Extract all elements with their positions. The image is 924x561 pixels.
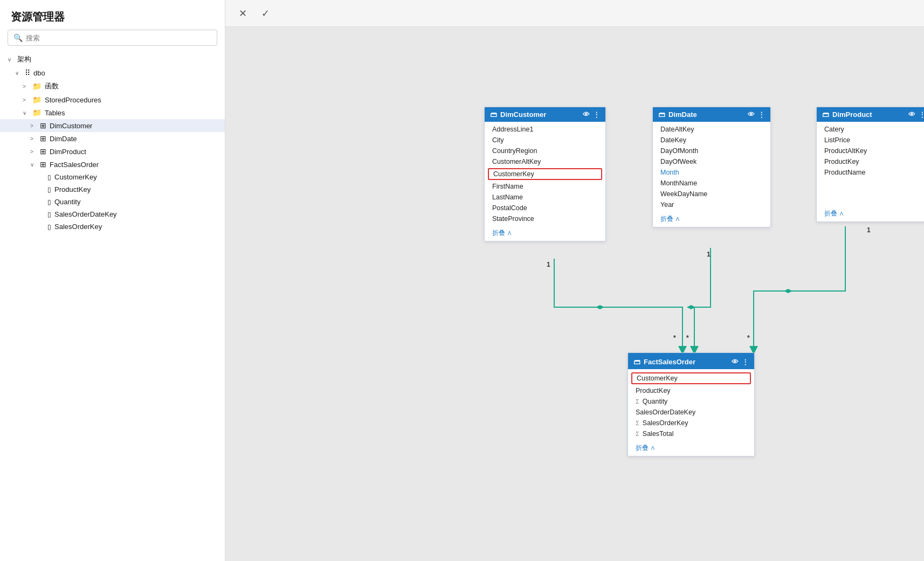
sidebar-item-storedproc[interactable]: > 📁 StoredProcedures bbox=[0, 93, 225, 106]
factsalesorder-label: FactSalesOrder bbox=[50, 161, 99, 169]
field-postalcode: PostalCode bbox=[485, 203, 605, 213]
sigma-icon: Σ bbox=[636, 431, 639, 437]
eye-icon[interactable]: 👁 bbox=[732, 358, 739, 366]
rel-label-1c: 1 bbox=[867, 226, 871, 234]
schema-label: 架构 bbox=[17, 54, 31, 64]
more-icon[interactable]: ⋮ bbox=[742, 358, 749, 366]
table-dimcustomer-header: 🗃 DimCustomer 👁 ⋮ bbox=[485, 107, 605, 122]
sidebar-item-dimproduct[interactable]: > ⊞ DimProduct bbox=[0, 145, 225, 158]
field-datekey: DateKey bbox=[653, 135, 770, 146]
diamond-marker bbox=[596, 305, 604, 309]
table-dimproduct: 🗃 DimProduct 👁 ⋮ Catery ListPrice Produc… bbox=[816, 107, 924, 222]
more-icon[interactable]: ⋮ bbox=[919, 110, 924, 119]
sidebar-item-fso-productkey[interactable]: ▯ ProductKey bbox=[0, 183, 225, 196]
field-firstname: FirstName bbox=[485, 181, 605, 192]
chevron-right-icon: > bbox=[30, 136, 40, 142]
table-dimdate-body: DateAltKey DateKey DayOfMonth DayOfWeek … bbox=[653, 122, 770, 212]
sidebar-item-fso-salesorderdatekey[interactable]: ▯ SalesOrderDateKey bbox=[0, 208, 225, 220]
search-box[interactable]: 🔍 bbox=[8, 30, 217, 46]
table-header-icons: 👁 ⋮ bbox=[732, 358, 749, 366]
functions-label: 函数 bbox=[45, 81, 59, 91]
chevron-right-icon: > bbox=[30, 123, 40, 129]
diamond-marker bbox=[687, 305, 695, 309]
sidebar-item-dimdate[interactable]: > ⊞ DimDate bbox=[0, 132, 225, 145]
chevron-right-icon: > bbox=[23, 84, 32, 89]
main-area: ✕ ✓ bbox=[225, 0, 924, 561]
eye-icon[interactable]: 👁 bbox=[908, 110, 915, 119]
eye-icon[interactable]: 👁 bbox=[748, 110, 755, 119]
eye-icon[interactable]: 👁 bbox=[583, 110, 590, 119]
field-month: Month bbox=[653, 167, 770, 178]
field-dayofweek: DayOfWeek bbox=[653, 156, 770, 167]
field-customerkey-highlighted: CustomerKey bbox=[488, 168, 602, 180]
sidebar-item-fso-customerkey[interactable]: ▯ CustomerKey bbox=[0, 171, 225, 183]
sidebar-item-fso-quantity[interactable]: ▯ Quantity bbox=[0, 196, 225, 208]
diagram-canvas: 1 * 1 * 1 * 🗃 DimCustomer 👁 ⋮ AddressLin… bbox=[225, 27, 924, 561]
dimdate-label: DimDate bbox=[50, 135, 77, 143]
sidebar-item-tables[interactable]: ∨ 📁 Tables bbox=[0, 106, 225, 119]
chevron-down-icon: ∨ bbox=[15, 70, 25, 76]
folder-icon: 📁 bbox=[32, 108, 42, 117]
sidebar-item-dimcustomer[interactable]: > ⊞ DimCustomer bbox=[0, 119, 225, 132]
table-dimcustomer-footer[interactable]: 折叠 ∧ bbox=[485, 226, 605, 241]
sidebar-item-dbo[interactable]: ∨ ⠿ dbo bbox=[0, 66, 225, 79]
table-dimproduct-footer[interactable]: 折叠 ∧ bbox=[817, 207, 924, 221]
table-name: DimCustomer bbox=[500, 110, 546, 119]
field-fso-quantity: Σ Quantity bbox=[628, 396, 754, 407]
dimcustomer-label: DimCustomer bbox=[50, 122, 92, 130]
table-icon: ⊞ bbox=[40, 147, 46, 156]
table-icon: 🗃 bbox=[633, 358, 640, 366]
sigma-icon: Σ bbox=[636, 398, 639, 405]
table-icon: 🗃 bbox=[490, 110, 497, 119]
table-factsalesorder-body: CustomerKey ProductKey Σ Quantity SalesO… bbox=[628, 369, 754, 441]
table-dimcustomer: 🗃 DimCustomer 👁 ⋮ AddressLine1 City Coun… bbox=[484, 107, 606, 241]
more-icon[interactable]: ⋮ bbox=[593, 110, 600, 119]
field-productname: ProductName bbox=[817, 167, 924, 178]
chevron-right-icon: > bbox=[30, 149, 40, 155]
table-icon: ⊞ bbox=[40, 160, 46, 169]
fso-quantity-label: Quantity bbox=[54, 198, 80, 206]
table-dimcustomer-body: AddressLine1 City CountryRegion Customer… bbox=[485, 122, 605, 226]
field-productkey: ProductKey bbox=[817, 156, 924, 167]
sidebar-item-schema[interactable]: ∨ 架构 bbox=[0, 52, 225, 66]
table-factsalesorder-footer[interactable]: 折叠 ∧ bbox=[628, 441, 754, 456]
search-icon: 🔍 bbox=[13, 33, 23, 42]
field-city: City bbox=[485, 135, 605, 146]
more-icon[interactable]: ⋮ bbox=[758, 110, 765, 119]
fso-salesorderkey-label: SalesOrderKey bbox=[54, 223, 102, 231]
sidebar-item-functions[interactable]: > 📁 函数 bbox=[0, 79, 225, 93]
table-dimdate: 🗃 DimDate 👁 ⋮ DateAltKey DateKey DayOfMo… bbox=[652, 107, 771, 227]
field-addressline1: AddressLine1 bbox=[485, 124, 605, 135]
sigma-icon: Σ bbox=[636, 420, 639, 426]
field-dayofmonth: DayOfMonth bbox=[653, 146, 770, 156]
sidebar-item-factsalesorder[interactable]: ∨ ⊞ FactSalesOrder bbox=[0, 158, 225, 171]
fso-salesorderdatekey-label: SalesOrderDateKey bbox=[54, 210, 117, 218]
table-icon: ⊞ bbox=[40, 134, 46, 143]
column-icon: ▯ bbox=[47, 211, 51, 218]
field-customeraltkey: CustomerAltKey bbox=[485, 156, 605, 167]
search-input[interactable] bbox=[26, 34, 211, 42]
sidebar-item-fso-salesorderkey[interactable]: ▯ SalesOrderKey bbox=[0, 220, 225, 233]
dbo-label: dbo bbox=[33, 69, 45, 77]
table-dimdate-header: 🗃 DimDate 👁 ⋮ bbox=[653, 107, 770, 122]
tables-label: Tables bbox=[45, 109, 65, 117]
table-dimproduct-header: 🗃 DimProduct 👁 ⋮ bbox=[817, 107, 924, 122]
chevron-down-icon: ∨ bbox=[8, 57, 17, 63]
field-listprice: ListPrice bbox=[817, 135, 924, 146]
table-dimdate-footer[interactable]: 折叠 ∧ bbox=[653, 212, 770, 227]
dimproduct-label: DimProduct bbox=[50, 148, 86, 156]
rel-label-star-c: * bbox=[747, 334, 750, 342]
field-lastname: LastName bbox=[485, 192, 605, 203]
confirm-button[interactable]: ✓ bbox=[257, 5, 274, 22]
field-countryregion: CountryRegion bbox=[485, 146, 605, 156]
field-year: Year bbox=[653, 199, 770, 210]
cancel-button[interactable]: ✕ bbox=[234, 5, 251, 22]
field-datealtkey: DateAltKey bbox=[653, 124, 770, 135]
field-monthname: MonthName bbox=[653, 178, 770, 189]
chevron-right-icon: > bbox=[23, 97, 32, 103]
field-fso-productkey: ProductKey bbox=[628, 385, 754, 396]
field-fso-salestotal: Σ SalesTotal bbox=[628, 428, 754, 439]
tree: ∨ 架构 ∨ ⠿ dbo > 📁 函数 > 📁 StoredProcedures… bbox=[0, 52, 225, 561]
storedproc-label: StoredProcedures bbox=[45, 96, 101, 104]
fso-customerkey-label: CustomerKey bbox=[54, 173, 97, 181]
